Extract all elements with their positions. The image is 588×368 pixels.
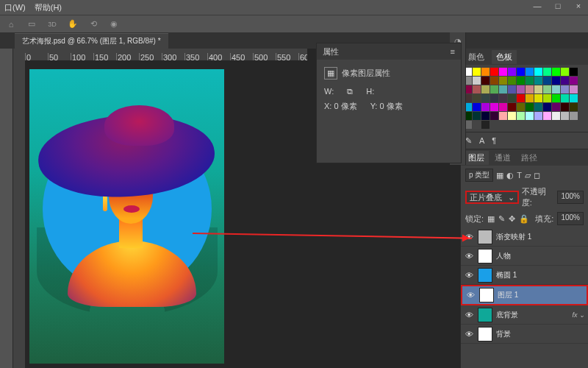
brush-icon[interactable]: ✎ [465, 136, 472, 146]
swatch[interactable] [543, 94, 551, 102]
swatch[interactable] [526, 68, 534, 76]
swatch[interactable] [570, 103, 578, 111]
swatch[interactable] [526, 77, 534, 85]
visibility-icon[interactable]: 👁 [464, 330, 474, 339]
char-icon[interactable]: A [479, 136, 484, 145]
swatch[interactable] [534, 103, 542, 111]
swatch[interactable] [490, 103, 498, 111]
swatch[interactable] [473, 85, 481, 93]
swatch[interactable] [473, 121, 481, 129]
swatch[interactable] [481, 77, 490, 85]
swatch[interactable] [481, 103, 490, 111]
fill-value[interactable]: 100% [557, 212, 584, 225]
swatch[interactable] [534, 94, 542, 102]
visibility-icon[interactable]: 👁 [464, 311, 474, 319]
swatch[interactable] [481, 121, 490, 129]
swatch[interactable] [499, 85, 507, 93]
filter-shape-icon[interactable]: ▱ [525, 171, 531, 180]
layer-kind-filter[interactable]: p 类型 [465, 169, 493, 182]
filter-smart-icon[interactable]: ◻ [534, 171, 540, 180]
home-icon[interactable]: ⌂ [4, 18, 18, 31]
swatch[interactable] [517, 94, 525, 102]
swatch[interactable] [517, 112, 525, 120]
swatch[interactable] [508, 85, 516, 93]
filter-type-icon[interactable]: T [517, 171, 522, 180]
minimize-button[interactable]: — [531, 1, 544, 12]
swatch[interactable] [570, 77, 578, 85]
tab-color[interactable]: 颜色 [464, 50, 489, 64]
swatch[interactable] [517, 103, 525, 111]
swatch[interactable] [561, 85, 569, 93]
swatch[interactable] [561, 68, 569, 76]
swatch[interactable] [552, 85, 560, 93]
swatch[interactable] [473, 68, 481, 76]
swatch[interactable] [534, 77, 542, 85]
swatch[interactable] [490, 94, 498, 102]
menu-help[interactable]: 帮助(H) [35, 2, 62, 13]
visibility-icon[interactable]: 👁 [465, 291, 476, 300]
link-wh-icon[interactable]: ⧉ [347, 87, 353, 96]
swatch[interactable] [499, 68, 507, 76]
swatch[interactable] [534, 85, 542, 93]
opacity-value[interactable]: 100% [557, 191, 584, 204]
menu-window[interactable]: 口(W) [4, 2, 26, 13]
swatch[interactable] [570, 85, 578, 93]
swatch[interactable] [499, 94, 507, 102]
swatch[interactable] [543, 77, 551, 85]
swatch[interactable] [490, 77, 498, 85]
swatch[interactable] [490, 112, 498, 120]
swatch[interactable] [526, 103, 534, 111]
visibility-icon[interactable]: 👁 [464, 271, 474, 280]
swatch[interactable] [543, 112, 551, 120]
swatch[interactable] [552, 77, 560, 85]
swatch[interactable] [570, 68, 578, 76]
swatch[interactable] [499, 103, 507, 111]
swatch[interactable] [570, 112, 578, 120]
close-button[interactable]: × [572, 1, 585, 12]
tab-paths[interactable]: 路径 [517, 151, 542, 165]
lock-pixel-icon[interactable]: ✎ [498, 214, 505, 224]
swatch[interactable] [552, 112, 560, 120]
layer-row[interactable]: 👁人物 [461, 247, 588, 266]
swatch[interactable] [526, 85, 534, 93]
swatch[interactable] [543, 68, 551, 76]
lock-all-icon[interactable]: 🔒 [519, 214, 529, 224]
layer-row[interactable]: 👁底背景fx ⌄ [461, 305, 588, 325]
swatch[interactable] [561, 77, 569, 85]
swatches-grid[interactable] [461, 65, 588, 132]
swatch[interactable] [499, 77, 507, 85]
swatch[interactable] [490, 85, 498, 93]
swatch[interactable] [508, 68, 516, 76]
swatch[interactable] [481, 85, 490, 93]
swatch[interactable] [543, 85, 551, 93]
filter-pixel-icon[interactable]: ▦ [496, 171, 503, 180]
swatch[interactable] [552, 68, 560, 76]
panel-menu-icon[interactable]: ≡ [451, 47, 455, 56]
rotate-icon[interactable]: ⟲ [87, 18, 100, 31]
lock-pos-icon[interactable]: ✥ [509, 214, 515, 224]
document-tab[interactable]: 艺术海报.psd @ 66.7% (图层 1, RGB/8#) * [15, 33, 168, 49]
swatch[interactable] [570, 94, 578, 102]
tab-layers[interactable]: 图层 [464, 151, 489, 165]
filter-adjust-icon[interactable]: ◐ [506, 171, 514, 180]
swatch[interactable] [508, 94, 516, 102]
tab-channels[interactable]: 通道 [490, 151, 515, 165]
swatch[interactable] [508, 77, 516, 85]
swatch[interactable] [473, 77, 481, 85]
tab-swatches[interactable]: 色板 [492, 50, 517, 64]
fx-badge[interactable]: fx ⌄ [572, 311, 585, 319]
swatch[interactable] [561, 112, 569, 120]
swatch[interactable] [543, 103, 551, 111]
swatch[interactable] [534, 112, 542, 120]
layer-row[interactable]: 👁背景 [461, 325, 588, 344]
swatch[interactable] [473, 103, 481, 111]
swatch[interactable] [517, 68, 525, 76]
swatch[interactable] [473, 94, 481, 102]
swatch[interactable] [481, 112, 490, 120]
swatch[interactable] [561, 94, 569, 102]
layer-row[interactable]: 👁渐变映射 1 [461, 227, 588, 247]
hand-icon[interactable]: ✋ [66, 18, 79, 31]
swatch[interactable] [552, 94, 560, 102]
swatch[interactable] [517, 77, 525, 85]
lock-trans-icon[interactable]: ▦ [487, 214, 495, 224]
